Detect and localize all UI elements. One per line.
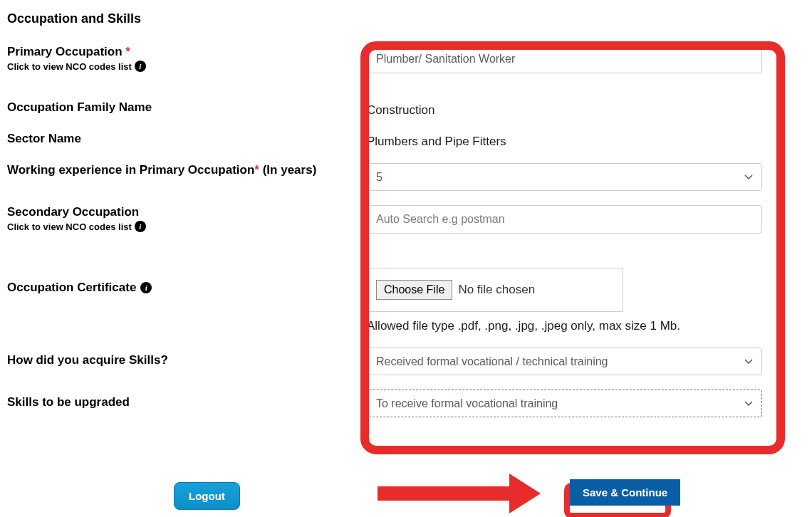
acquire-skills-select[interactable]: Received formal vocational / technical t…: [367, 348, 762, 375]
required-asterisk: *: [125, 45, 130, 58]
upgrade-skills-select[interactable]: To receive formal vocational training: [367, 390, 762, 417]
primary-occupation-label: Primary Occupation *: [7, 45, 353, 59]
info-icon[interactable]: i: [140, 282, 152, 293]
file-input-wrap: Choose File No file chosen: [367, 268, 623, 312]
file-hint: Allowed file type .pdf, .png, .jpg, .jpe…: [367, 319, 805, 333]
secondary-occupation-input[interactable]: [367, 205, 762, 234]
info-icon[interactable]: i: [135, 61, 146, 72]
primary-occupation-input[interactable]: [367, 45, 762, 73]
sector-name-label: Sector Name: [7, 132, 353, 146]
experience-select[interactable]: 5: [367, 163, 762, 191]
acquire-skills-label: How did you acquire Skills?: [7, 353, 353, 367]
required-asterisk: *: [254, 163, 259, 177]
occupation-family-value: Construction: [367, 100, 805, 118]
file-status: No file chosen: [458, 283, 535, 297]
logout-button[interactable]: Logout: [174, 482, 240, 510]
info-icon[interactable]: i: [135, 221, 146, 232]
upgrade-skills-label: Skills to be upgraded: [7, 395, 353, 409]
nco-codes-link[interactable]: Click to view NCO codes list: [7, 61, 132, 72]
secondary-occupation-label: Secondary Occupation: [7, 205, 353, 219]
certificate-label: Occupation Certificate i: [7, 281, 353, 295]
sector-name-value: Plumbers and Pipe Fitters: [367, 132, 805, 149]
choose-file-button[interactable]: Choose File: [376, 280, 452, 300]
experience-label: Working experience in Primary Occupation…: [7, 163, 353, 177]
section-title: Occupation and Skills: [7, 11, 805, 26]
occupation-family-label: Occupation Family Name: [7, 100, 353, 115]
nco-codes-link-secondary[interactable]: Click to view NCO codes list: [7, 221, 132, 232]
save-continue-button[interactable]: Save & Continue: [570, 479, 680, 506]
